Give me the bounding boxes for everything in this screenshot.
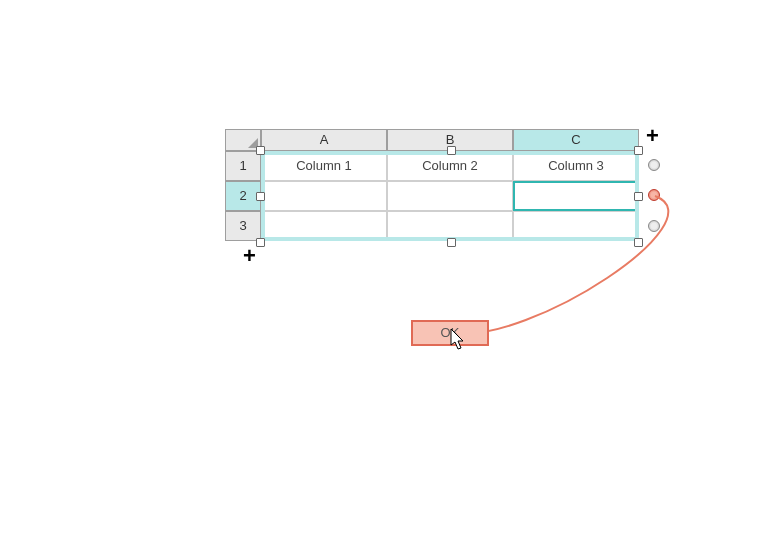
cell-B2[interactable]	[387, 181, 513, 211]
row-header-1[interactable]: 1	[225, 151, 261, 181]
connector-anchor-active[interactable]	[648, 189, 660, 201]
select-all-corner[interactable]	[225, 129, 261, 151]
column-header-A[interactable]: A	[261, 129, 387, 151]
column-header-B[interactable]: B	[387, 129, 513, 151]
connector-curve	[0, 0, 769, 539]
column-header-C[interactable]: C	[513, 129, 639, 151]
add-row-icon[interactable]: +	[243, 245, 256, 267]
add-column-icon[interactable]: +	[646, 125, 659, 147]
cell-A2[interactable]	[261, 181, 387, 211]
cell-C3[interactable]	[513, 211, 639, 241]
cell-A3[interactable]	[261, 211, 387, 241]
cell-B1[interactable]: Column 2	[387, 151, 513, 181]
row-header-3[interactable]: 3	[225, 211, 261, 241]
ok-button[interactable]: OK	[411, 320, 489, 346]
cell-C1[interactable]: Column 3	[513, 151, 639, 181]
row-header-2[interactable]: 2	[225, 181, 261, 211]
connector-anchor[interactable]	[648, 220, 660, 232]
cell-B3[interactable]	[387, 211, 513, 241]
cell-C2[interactable]	[513, 181, 639, 211]
cell-A1[interactable]: Column 1	[261, 151, 387, 181]
connector-anchor[interactable]	[648, 159, 660, 171]
